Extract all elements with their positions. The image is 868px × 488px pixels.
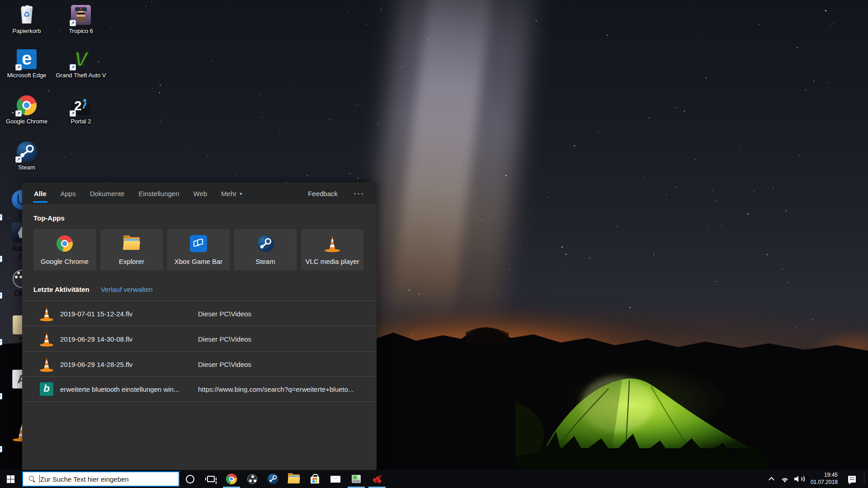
chrome-icon: ↗ <box>16 95 37 116</box>
portal2-icon: 2 ↗ <box>71 95 91 116</box>
feedback-button[interactable]: Feedback <box>308 190 338 197</box>
obs-icon <box>247 474 257 484</box>
taskbar-task-view-button[interactable] <box>200 470 221 488</box>
desktop-icon-portal2[interactable]: 2 ↗ Portal 2 <box>56 95 106 125</box>
chrome-icon <box>57 235 73 253</box>
tab-alle[interactable]: Alle <box>34 183 47 204</box>
taskbar-steam-button[interactable] <box>263 470 283 488</box>
taskbar-search-input[interactable]: Zur Suche Text hier eingeben <box>22 471 179 487</box>
desktop-icon-microsoft-edge[interactable]: e ↗ Microsoft Edge <box>2 49 52 79</box>
tray-volume-button[interactable] <box>792 470 806 488</box>
tab-mehr[interactable]: Mehr▾ <box>221 183 242 204</box>
mail-icon <box>330 476 340 483</box>
search-placeholder: Zur Suche Text hier eingeben <box>40 475 129 483</box>
vlc-file-icon <box>39 356 54 372</box>
shortcut-arrow-icon: ↗ <box>0 393 2 399</box>
desktop-icon-steam[interactable]: ↗ Steam <box>2 141 52 171</box>
edge-icon: e ↗ <box>16 49 37 70</box>
desktop-icon-label: Grand Theft Auto V <box>56 72 106 79</box>
desktop-icon-label: Papierkorb <box>13 28 41 34</box>
steam-icon <box>268 474 278 484</box>
search-tab-bar: Alle Apps Dokumente Einstellungen Web Me… <box>22 183 377 204</box>
taskbar-cherries-button[interactable] <box>367 470 387 488</box>
shortcut-arrow-icon: ↗ <box>0 292 2 299</box>
shortcut-arrow-icon: ↗ <box>70 20 76 26</box>
taskbar-obs-button[interactable] <box>242 470 263 488</box>
steam-icon: ↗ <box>16 141 37 162</box>
shortcut-arrow-icon: ↗ <box>0 214 2 221</box>
desktop-icon-gta5[interactable]: V ↗ Grand Theft Auto V <box>56 49 106 79</box>
search-icon <box>28 475 36 483</box>
recent-item[interactable]: b erweiterte bluetooth einstellungen win… <box>22 376 377 402</box>
recent-activities-title: Letzte Aktivitäten <box>33 286 90 293</box>
folder-icon <box>123 235 140 253</box>
vlc-file-icon <box>39 331 54 347</box>
taskbar-store-button[interactable] <box>304 470 325 488</box>
shortcut-arrow-icon: ↗ <box>0 256 2 262</box>
chrome-icon <box>226 474 237 484</box>
chevron-up-icon <box>769 477 775 483</box>
shortcut-arrow-icon: ↗ <box>15 64 22 70</box>
shortcut-arrow-icon: ↗ <box>0 339 2 345</box>
taskbar-clock[interactable]: 19:45 01.07.2019 <box>811 472 838 486</box>
taskbar: Zur Suche Text hier eingeben <box>0 470 868 488</box>
xbox-game-bar-icon <box>190 235 207 253</box>
recent-item[interactable]: 2019-07-01 15-12-24.flv Dieser PC\Videos <box>22 300 377 326</box>
shortcut-arrow-icon: ↗ <box>15 110 22 117</box>
taskbar-chrome-button[interactable] <box>221 470 242 488</box>
shortcut-arrow-icon: ↗ <box>15 156 22 163</box>
folder-icon <box>288 474 300 483</box>
steam-icon <box>257 235 274 253</box>
tray-wifi-button[interactable] <box>778 470 792 488</box>
text-cursor <box>39 475 40 483</box>
speaker-icon <box>794 475 803 483</box>
desktop-icon-label: Steam <box>18 164 35 171</box>
vlc-icon <box>325 235 340 253</box>
top-app-xbox-game-bar[interactable]: Xbox Game Bar <box>167 229 230 270</box>
windows-desktop: ♻ Papierkorb ↗ Tropico 6 e ↗ Microsoft E… <box>0 0 868 488</box>
desktop-icon-tropico6[interactable]: ↗ Tropico 6 <box>56 5 106 34</box>
action-center-icon <box>848 476 856 483</box>
red-cherries-icon <box>372 474 382 483</box>
top-app-google-chrome[interactable]: Google Chrome <box>33 229 96 270</box>
taskbar-retro-computer-button[interactable] <box>346 470 367 488</box>
top-apps-tiles: Google Chrome Explorer Xbox Game Bar <box>33 229 363 270</box>
bing-icon: b <box>39 381 54 397</box>
desktop-icon-label: Microsoft Edge <box>7 72 47 79</box>
tropico6-icon: ↗ <box>71 5 91 25</box>
top-app-steam[interactable]: Steam <box>234 229 297 270</box>
tab-web[interactable]: Web <box>193 183 208 204</box>
search-panel: Alle Apps Dokumente Einstellungen Web Me… <box>22 183 377 470</box>
illuminated-tent <box>515 361 769 470</box>
desktop-icon-label: Portal 2 <box>71 118 91 125</box>
retro-computer-icon <box>352 475 361 483</box>
top-apps-title: Top-Apps <box>33 214 65 222</box>
microsoft-store-icon <box>311 477 319 483</box>
action-center-button[interactable] <box>844 470 859 488</box>
tab-apps[interactable]: Apps <box>61 183 76 204</box>
desktop-icon-google-chrome[interactable]: ↗ Google Chrome <box>2 95 52 125</box>
start-button[interactable] <box>0 470 21 488</box>
recent-item[interactable]: 2019-06-29 14-28-25.flv Dieser PC\Videos <box>22 351 377 376</box>
recent-item[interactable]: 2019-06-29 14-30-08.flv Dieser PC\Videos <box>22 326 377 351</box>
vlc-file-icon <box>39 305 54 322</box>
tray-overflow-button[interactable] <box>765 470 778 488</box>
wifi-icon <box>780 476 789 483</box>
tab-dokumente[interactable]: Dokumente <box>90 183 125 204</box>
gta5-icon: V ↗ <box>71 49 91 70</box>
taskbar-mail-button[interactable] <box>325 470 346 488</box>
clock-date: 01.07.2019 <box>811 479 838 486</box>
desktop-icon-recycle-bin[interactable]: ♻ Papierkorb <box>2 5 52 34</box>
taskbar-explorer-button[interactable] <box>283 470 304 488</box>
top-app-explorer[interactable]: Explorer <box>100 229 163 270</box>
show-desktop-button[interactable] <box>864 470 868 488</box>
cortana-icon <box>186 475 194 483</box>
tab-einstellungen[interactable]: Einstellungen <box>138 183 179 204</box>
taskbar-cortana-button[interactable] <box>179 470 200 488</box>
manage-history-link[interactable]: Verlauf verwalten <box>101 286 153 293</box>
windows-logo-icon <box>7 475 14 483</box>
more-options-icon[interactable]: ··· <box>354 190 365 197</box>
shortcut-arrow-icon: ↗ <box>70 110 76 117</box>
desktop-icon-label: Tropico 6 <box>69 28 93 34</box>
top-app-vlc[interactable]: VLC media player <box>301 229 363 270</box>
